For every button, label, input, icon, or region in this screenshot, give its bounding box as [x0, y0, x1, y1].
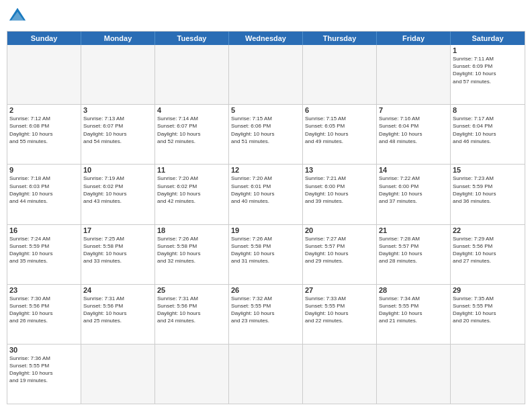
day-cell-19: 19Sunrise: 7:26 AM Sunset: 5:58 PM Dayli… — [229, 225, 303, 284]
day-info: Sunrise: 7:18 AM Sunset: 6:03 PM Dayligh… — [9, 175, 79, 205]
empty-cell — [451, 345, 525, 404]
day-number: 17 — [83, 226, 152, 234]
day-number: 4 — [157, 106, 226, 114]
day-info: Sunrise: 7:16 AM Sunset: 6:04 PM Dayligh… — [379, 115, 448, 145]
day-info: Sunrise: 7:26 AM Sunset: 5:58 PM Dayligh… — [231, 235, 300, 265]
day-cell-9: 9Sunrise: 7:18 AM Sunset: 6:03 PM Daylig… — [7, 165, 81, 224]
day-info: Sunrise: 7:26 AM Sunset: 5:58 PM Dayligh… — [157, 235, 226, 265]
empty-cell — [377, 345, 451, 404]
day-number: 14 — [379, 166, 448, 174]
day-info: Sunrise: 7:29 AM Sunset: 5:56 PM Dayligh… — [453, 235, 523, 265]
day-number: 23 — [9, 286, 79, 294]
day-number: 7 — [379, 106, 448, 114]
day-number: 2 — [9, 106, 79, 114]
calendar-header: SundayMondayTuesdayWednesdayThursdayFrid… — [7, 32, 525, 45]
day-cell-23: 23Sunrise: 7:30 AM Sunset: 5:56 PM Dayli… — [7, 285, 81, 344]
day-number: 1 — [453, 46, 523, 54]
day-number: 8 — [453, 106, 523, 114]
day-cell-1: 1Sunrise: 7:11 AM Sunset: 6:09 PM Daylig… — [451, 45, 525, 104]
day-info: Sunrise: 7:15 AM Sunset: 6:05 PM Dayligh… — [305, 115, 374, 145]
day-info: Sunrise: 7:14 AM Sunset: 6:07 PM Dayligh… — [157, 115, 226, 145]
calendar-row-2: 9Sunrise: 7:18 AM Sunset: 6:03 PM Daylig… — [7, 164, 525, 224]
day-cell-15: 15Sunrise: 7:23 AM Sunset: 5:59 PM Dayli… — [451, 165, 525, 224]
day-cell-16: 16Sunrise: 7:24 AM Sunset: 5:59 PM Dayli… — [7, 225, 81, 284]
day-number: 29 — [453, 286, 523, 294]
day-number: 13 — [305, 166, 374, 174]
empty-cell — [303, 45, 377, 104]
day-number: 9 — [9, 166, 79, 174]
header-day-monday: Monday — [81, 32, 155, 45]
day-number: 16 — [9, 226, 79, 234]
empty-cell — [303, 345, 377, 404]
day-info: Sunrise: 7:19 AM Sunset: 6:02 PM Dayligh… — [83, 175, 152, 205]
day-info: Sunrise: 7:33 AM Sunset: 5:55 PM Dayligh… — [305, 295, 374, 325]
day-cell-21: 21Sunrise: 7:28 AM Sunset: 5:57 PM Dayli… — [377, 225, 451, 284]
day-number: 5 — [231, 106, 300, 114]
day-info: Sunrise: 7:23 AM Sunset: 5:59 PM Dayligh… — [453, 175, 523, 205]
calendar-body: 1Sunrise: 7:11 AM Sunset: 6:09 PM Daylig… — [7, 45, 525, 404]
day-number: 15 — [453, 166, 523, 174]
day-info: Sunrise: 7:21 AM Sunset: 6:00 PM Dayligh… — [305, 175, 374, 205]
day-info: Sunrise: 7:31 AM Sunset: 5:56 PM Dayligh… — [157, 295, 226, 325]
day-cell-29: 29Sunrise: 7:35 AM Sunset: 5:55 PM Dayli… — [451, 285, 525, 344]
day-info: Sunrise: 7:30 AM Sunset: 5:56 PM Dayligh… — [9, 295, 79, 325]
empty-cell — [155, 45, 229, 104]
calendar-row-1: 2Sunrise: 7:12 AM Sunset: 6:08 PM Daylig… — [7, 104, 525, 164]
day-cell-22: 22Sunrise: 7:29 AM Sunset: 5:56 PM Dayli… — [451, 225, 525, 284]
day-number: 30 — [9, 346, 79, 354]
header-day-sunday: Sunday — [7, 32, 81, 45]
day-cell-25: 25Sunrise: 7:31 AM Sunset: 5:56 PM Dayli… — [155, 285, 229, 344]
day-cell-11: 11Sunrise: 7:20 AM Sunset: 6:02 PM Dayli… — [155, 165, 229, 224]
day-number: 6 — [305, 106, 374, 114]
day-cell-26: 26Sunrise: 7:32 AM Sunset: 5:55 PM Dayli… — [229, 285, 303, 344]
empty-cell — [229, 345, 303, 404]
calendar-row-0: 1Sunrise: 7:11 AM Sunset: 6:09 PM Daylig… — [7, 45, 525, 104]
day-number: 22 — [453, 226, 523, 234]
day-info: Sunrise: 7:20 AM Sunset: 6:01 PM Dayligh… — [231, 175, 300, 205]
page: SundayMondayTuesdayWednesdayThursdayFrid… — [0, 0, 532, 411]
empty-cell — [81, 45, 155, 104]
day-number: 25 — [157, 286, 226, 294]
logo — [7, 7, 27, 26]
day-cell-10: 10Sunrise: 7:19 AM Sunset: 6:02 PM Dayli… — [81, 165, 155, 224]
header-day-friday: Friday — [377, 32, 451, 45]
day-cell-6: 6Sunrise: 7:15 AM Sunset: 6:05 PM Daylig… — [303, 105, 377, 164]
day-number: 3 — [83, 106, 152, 114]
day-info: Sunrise: 7:32 AM Sunset: 5:55 PM Dayligh… — [231, 295, 300, 325]
day-number: 21 — [379, 226, 448, 234]
header-day-thursday: Thursday — [303, 32, 377, 45]
day-cell-27: 27Sunrise: 7:33 AM Sunset: 5:55 PM Dayli… — [303, 285, 377, 344]
day-info: Sunrise: 7:22 AM Sunset: 6:00 PM Dayligh… — [379, 175, 448, 205]
day-cell-7: 7Sunrise: 7:16 AM Sunset: 6:04 PM Daylig… — [377, 105, 451, 164]
day-info: Sunrise: 7:17 AM Sunset: 6:04 PM Dayligh… — [453, 115, 523, 145]
day-number: 12 — [231, 166, 300, 174]
header-day-saturday: Saturday — [451, 32, 525, 45]
day-info: Sunrise: 7:24 AM Sunset: 5:59 PM Dayligh… — [9, 235, 79, 265]
day-info: Sunrise: 7:13 AM Sunset: 6:07 PM Dayligh… — [83, 115, 152, 145]
header — [7, 7, 525, 26]
day-info: Sunrise: 7:28 AM Sunset: 5:57 PM Dayligh… — [379, 235, 448, 265]
day-cell-14: 14Sunrise: 7:22 AM Sunset: 6:00 PM Dayli… — [377, 165, 451, 224]
header-day-tuesday: Tuesday — [155, 32, 229, 45]
day-info: Sunrise: 7:15 AM Sunset: 6:06 PM Dayligh… — [231, 115, 300, 145]
day-number: 20 — [305, 226, 374, 234]
day-number: 26 — [231, 286, 300, 294]
day-cell-3: 3Sunrise: 7:13 AM Sunset: 6:07 PM Daylig… — [81, 105, 155, 164]
logo-text — [7, 7, 27, 26]
day-number: 27 — [305, 286, 374, 294]
empty-cell — [377, 45, 451, 104]
calendar-row-5: 30Sunrise: 7:36 AM Sunset: 5:55 PM Dayli… — [7, 344, 525, 404]
day-info: Sunrise: 7:11 AM Sunset: 6:09 PM Dayligh… — [453, 55, 523, 85]
day-cell-24: 24Sunrise: 7:31 AM Sunset: 5:56 PM Dayli… — [81, 285, 155, 344]
day-info: Sunrise: 7:35 AM Sunset: 5:55 PM Dayligh… — [453, 295, 523, 325]
day-cell-28: 28Sunrise: 7:34 AM Sunset: 5:55 PM Dayli… — [377, 285, 451, 344]
day-info: Sunrise: 7:27 AM Sunset: 5:57 PM Dayligh… — [305, 235, 374, 265]
empty-cell — [81, 345, 155, 404]
calendar-row-4: 23Sunrise: 7:30 AM Sunset: 5:56 PM Dayli… — [7, 284, 525, 344]
day-number: 28 — [379, 286, 448, 294]
day-info: Sunrise: 7:36 AM Sunset: 5:55 PM Dayligh… — [9, 355, 79, 385]
day-cell-13: 13Sunrise: 7:21 AM Sunset: 6:00 PM Dayli… — [303, 165, 377, 224]
empty-cell — [229, 45, 303, 104]
calendar-row-3: 16Sunrise: 7:24 AM Sunset: 5:59 PM Dayli… — [7, 224, 525, 284]
day-cell-17: 17Sunrise: 7:25 AM Sunset: 5:58 PM Dayli… — [81, 225, 155, 284]
